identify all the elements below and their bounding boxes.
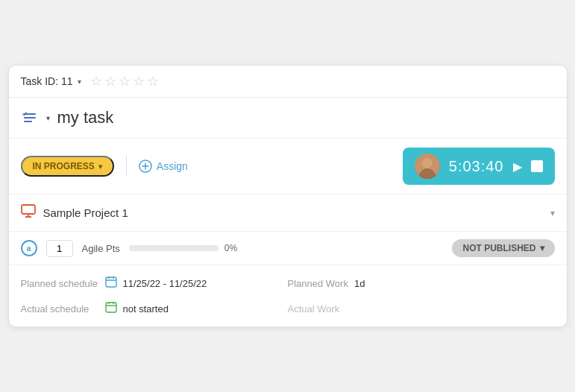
assign-plus-icon [139,159,152,173]
header-row: Task ID: 11 ▾ ☆ ☆ ☆ ☆ ☆ [9,66,567,98]
actual-work-label: Actual Work [288,303,366,314]
actual-schedule-item: Actual schedule not started [21,301,288,316]
star-1[interactable]: ☆ [90,73,102,89]
timer-block: 5:03:40 ▶ [403,148,555,185]
planned-schedule-value: 11/25/22 - 11/25/22 [123,278,207,289]
avatar-svg [415,154,440,179]
separator [126,156,127,177]
agile-icon: a [21,240,37,256]
schedule-section: Planned schedule 11/25/22 - 11/25/22 Pla… [9,265,567,326]
progress-label: 0% [224,243,237,253]
assign-button[interactable]: Assign [139,159,188,173]
project-icon [21,203,36,222]
planned-work-item: Planned Work 1d [288,276,555,291]
planned-schedule-label: Planned schedule [21,278,99,289]
star-4[interactable]: ☆ [133,73,145,89]
project-row[interactable]: Sample Project 1 ▾ [9,195,567,232]
svg-rect-12 [106,277,116,287]
planned-work-label: Planned Work [288,278,348,289]
star-2[interactable]: ☆ [104,73,116,89]
calendar-green-icon [105,301,117,316]
title-row: ▾ [9,98,567,139]
avatar [415,154,440,179]
not-published-label: NOT PUBLISHED [462,243,535,253]
checklist-icon [21,109,39,127]
not-published-chevron-icon: ▾ [540,243,544,253]
task-card: Task ID: 11 ▾ ☆ ☆ ☆ ☆ ☆ ▾ IN PROGRESS ▾ [8,65,568,327]
star-5[interactable]: ☆ [147,73,159,89]
status-label: IN PROGRESS [33,161,95,171]
star-rating[interactable]: ☆ ☆ ☆ ☆ ☆ [90,73,159,89]
timer-time: 5:03:40 [449,158,504,175]
status-button[interactable]: IN PROGRESS ▾ [21,156,114,177]
planned-schedule-item: Planned schedule 11/25/22 - 11/25/22 [21,276,288,291]
star-3[interactable]: ☆ [119,73,131,89]
progress-bar [129,245,219,251]
task-title-input[interactable] [57,108,555,127]
svg-point-7 [423,159,432,168]
calendar-blue-icon [105,276,117,291]
points-row: a Agile Pts 0% NOT PUBLISHED ▾ [9,232,567,265]
checklist-chevron-icon[interactable]: ▾ [46,114,50,122]
timer-play-button[interactable]: ▶ [513,159,522,174]
status-chevron-icon: ▾ [98,162,102,171]
project-chevron-icon: ▾ [550,208,555,218]
actual-schedule-label: Actual schedule [21,303,99,314]
task-id[interactable]: Task ID: 11 ▾ [21,75,81,87]
agile-points-input[interactable] [46,240,73,257]
actual-work-item: Actual Work [288,301,555,316]
actual-schedule-value: not started [123,303,169,314]
planned-work-value: 1d [354,278,365,289]
timer-stop-button[interactable] [531,160,543,172]
assign-label: Assign [157,160,188,172]
svg-point-8 [419,170,436,179]
not-published-button[interactable]: NOT PUBLISHED ▾ [452,239,554,257]
progress-container: 0% [129,243,237,253]
task-id-label: Task ID: 11 [21,75,73,87]
project-name: Sample Project 1 [43,206,543,219]
agile-label: Agile Pts [82,243,120,254]
action-row: IN PROGRESS ▾ Assign 5:03:40 ▶ [9,139,567,195]
project-monitor-icon [21,203,36,218]
task-id-chevron-icon: ▾ [78,78,81,86]
svg-rect-9 [22,205,35,214]
svg-rect-16 [106,303,116,312]
svg-point-6 [415,154,440,179]
